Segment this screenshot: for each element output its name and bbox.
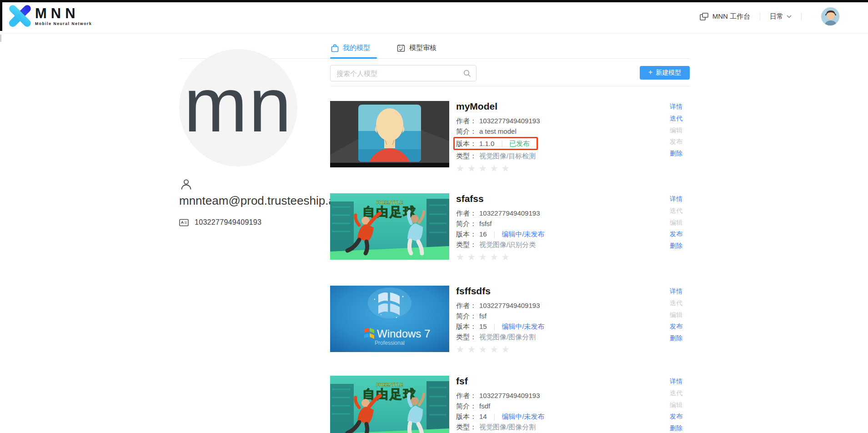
action-edit: 编辑 <box>670 125 682 136</box>
top-navbar: MNN Mobile Neural Network MNN 工作台 日常 <box>0 0 868 33</box>
version-value: 15 <box>479 321 487 332</box>
intro-label: 简介： <box>456 401 477 411</box>
model-card: FREESTYLE 自由足球 <box>330 193 690 275</box>
type-label: 类型： <box>456 422 477 432</box>
action-edit: 编辑 <box>670 309 682 321</box>
intro-value: fsf <box>479 311 487 321</box>
version-value: 1.1.0 <box>479 138 494 149</box>
profile-user-id: 1032277949409193 <box>195 218 261 227</box>
header-right-group: MNN 工作台 日常 <box>700 2 840 30</box>
model-actions: 详情 迭代 编辑 发布 删除 <box>670 376 682 433</box>
action-iterate: 迭代 <box>670 205 682 217</box>
type-value[interactable]: 视觉图像/目标检测 <box>479 151 536 161</box>
toolbar-divider <box>330 86 690 86</box>
logo-text: MNN Mobile Neural Network <box>35 6 92 26</box>
action-edit: 编辑 <box>670 217 682 229</box>
search-icon[interactable] <box>463 70 471 77</box>
bag-icon <box>331 44 339 52</box>
header-separator <box>760 13 760 20</box>
mnn-logo[interactable]: MNN Mobile Neural Network <box>8 4 92 28</box>
action-delete[interactable]: 删除 <box>670 148 682 160</box>
action-iterate: 迭代 <box>670 297 682 309</box>
action-detail[interactable]: 详情 <box>670 193 682 205</box>
type-label: 类型： <box>456 239 477 250</box>
search-input[interactable] <box>331 65 476 81</box>
star-rating: ★★★★★ <box>456 344 674 354</box>
svg-text:Windows 7: Windows 7 <box>377 327 430 340</box>
chevron-down-icon <box>787 15 792 18</box>
active-tab-underline <box>330 57 377 59</box>
status-link[interactable]: 编辑中/未发布 <box>502 411 544 422</box>
intro-label: 简介： <box>456 218 477 229</box>
action-detail[interactable]: 详情 <box>670 286 682 297</box>
action-publish[interactable]: 发布 <box>670 411 682 423</box>
model-info: sfafss 作者：1032277949409193 简介：fsfsf 版本： … <box>456 193 674 262</box>
action-iterate: 迭代 <box>670 388 682 399</box>
model-name[interactable]: fsf <box>456 376 674 387</box>
model-info: fsffsdfs 作者：1032277949409193 简介：fsf 版本： … <box>456 286 674 354</box>
action-iterate[interactable]: 迭代 <box>670 113 682 125</box>
type-label: 类型： <box>456 151 477 161</box>
model-card: Windows 7 Professional fsffsdfs 作者：10322… <box>330 286 690 368</box>
model-name[interactable]: myModel <box>456 101 674 112</box>
action-publish: 发布 <box>670 136 682 148</box>
profile-avatar: mn <box>179 49 297 166</box>
model-thumbnail-windows7[interactable]: Windows 7 Professional <box>330 286 449 352</box>
svg-text:FREESTYLE: FREESTYLE <box>376 200 403 205</box>
type-value[interactable]: 视觉图像/图像分割 <box>479 332 536 342</box>
type-value[interactable]: 视觉图像/图像分割 <box>479 422 536 432</box>
user-avatar[interactable] <box>821 7 840 26</box>
meta-divider: ｜ <box>491 321 498 332</box>
page: MNN Mobile Neural Network MNN 工作台 日常 <box>0 0 868 433</box>
version-label: 版本： <box>456 138 477 149</box>
new-model-button[interactable]: + 新建模型 <box>640 66 690 80</box>
action-publish[interactable]: 发布 <box>670 228 682 240</box>
model-info: fsf 作者：1032277949409193 简介：fsdf 版本： 14 ｜… <box>456 376 674 432</box>
profile-email: mnnteam@prod.trusteeship.aliyu <box>179 194 353 208</box>
model-thumbnail-portrait[interactable] <box>330 101 449 167</box>
type-value[interactable]: 视觉图像/识别分类 <box>479 239 536 250</box>
tab-my-models[interactable]: 我的模型 <box>331 44 370 52</box>
model-name[interactable]: sfafss <box>456 193 674 204</box>
id-card-icon <box>179 219 189 227</box>
workbench-icon <box>700 13 708 20</box>
plus-icon: + <box>648 69 652 76</box>
author-value: 1032277949409193 <box>479 390 540 401</box>
tab-my-models-label: 我的模型 <box>343 44 370 52</box>
model-card: myModel 作者：1032277949409193 简介：a test mo… <box>330 101 690 183</box>
author-label: 作者： <box>456 116 477 126</box>
model-card: FREESTYLE 自由足球 <box>330 376 690 433</box>
profile-panel: mn mnnteam@prod.trusteeship.aliyu 103227… <box>179 49 297 166</box>
type-label: 类型： <box>456 332 477 342</box>
author-label: 作者： <box>456 390 477 401</box>
author-value: 1032277949409193 <box>479 208 540 218</box>
star-rating: ★★★★★ <box>456 163 674 173</box>
mnn-logo-icon <box>8 4 32 28</box>
model-search <box>330 65 477 81</box>
tab-model-review[interactable]: 模型审核 <box>397 44 437 52</box>
model-thumbnail-football[interactable]: FREESTYLE 自由足球 <box>330 193 449 260</box>
author-value: 1032277949409193 <box>479 116 540 126</box>
model-thumbnail-football[interactable]: FREESTYLE 自由足球 <box>330 376 449 433</box>
window-top-edge <box>0 0 868 2</box>
version-highlight-box: 版本： 1.1.0 ｜ 已发布 <box>453 137 538 150</box>
action-publish[interactable]: 发布 <box>670 321 682 332</box>
logo-title: MNN <box>35 6 92 21</box>
action-detail[interactable]: 详情 <box>670 101 682 113</box>
workbench-label: MNN 工作台 <box>712 12 750 21</box>
status-link[interactable]: 编辑中/未发布 <box>502 321 544 332</box>
workbench-link[interactable]: MNN 工作台 <box>700 12 750 21</box>
model-name[interactable]: fsffsdfs <box>456 286 674 297</box>
action-delete[interactable]: 删除 <box>670 240 682 252</box>
intro-label: 简介： <box>456 311 477 321</box>
action-delete[interactable]: 删除 <box>670 332 682 344</box>
window-left-tick <box>0 35 1 42</box>
logo-subtitle: Mobile Neural Network <box>35 21 92 26</box>
status-link[interactable]: 编辑中/未发布 <box>502 229 544 239</box>
action-delete[interactable]: 删除 <box>670 423 682 433</box>
action-detail[interactable]: 详情 <box>670 376 682 388</box>
version-label: 版本： <box>456 229 477 239</box>
version-label: 版本： <box>456 321 477 332</box>
meta-divider: ｜ <box>491 229 498 239</box>
env-dropdown[interactable]: 日常 <box>770 12 792 21</box>
